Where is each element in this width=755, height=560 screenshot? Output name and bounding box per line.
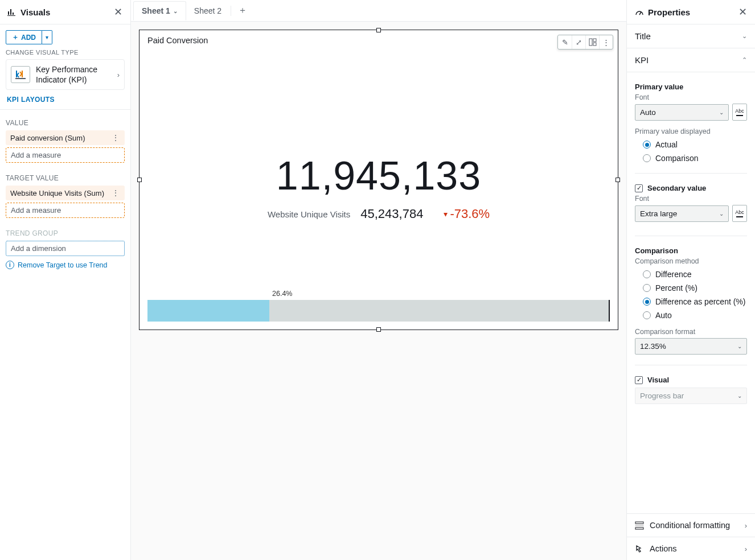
more-icon[interactable]: ⋮ <box>599 35 613 49</box>
add-visual-dropdown[interactable]: ▾ <box>42 30 52 44</box>
kpi-primary-value: 11,945,133 <box>276 153 481 199</box>
properties-panel: Properties ✕ Title⌄ KPI⌃ Primary value F… <box>626 0 755 560</box>
comparison-format-select[interactable]: 12.35%⌄ <box>635 338 747 355</box>
kpi-comparison-value: ▾-73.6% <box>444 207 490 221</box>
resize-handle[interactable] <box>376 28 381 32</box>
chevron-down-icon: ⌄ <box>737 343 742 349</box>
sheet-canvas: Sheet 1⌄ Sheet 2 ＋ Paid Conversion ✎ ⤢ ⋮… <box>131 0 626 560</box>
chevron-right-icon: › <box>117 71 120 79</box>
font-color-button[interactable]: Abc <box>732 104 747 121</box>
chevron-right-icon: › <box>745 521 747 530</box>
trend-add-dimension[interactable]: Add a dimension <box>6 241 125 256</box>
visual-title[interactable]: Paid Conversion <box>139 30 618 51</box>
chevron-down-icon: ⌄ <box>719 109 724 116</box>
kpi-visual[interactable]: Paid Conversion ✎ ⤢ ⋮ 11,945,133 Website… <box>139 30 618 330</box>
svg-rect-1 <box>589 39 592 46</box>
actions-button[interactable]: Actions › <box>627 537 755 560</box>
close-icon[interactable]: ✕ <box>112 3 125 20</box>
info-icon: i <box>6 261 14 269</box>
actions-icon <box>635 544 644 553</box>
resize-handle[interactable] <box>137 178 142 182</box>
font-color-button[interactable]: Abc <box>732 205 747 222</box>
section-kpi[interactable]: KPI⌃ <box>627 48 755 72</box>
chevron-down-icon: ⌄ <box>742 32 747 40</box>
bar-chart-icon <box>7 7 16 17</box>
radio-percent[interactable]: Percent (%) <box>643 283 747 293</box>
sheet-tabs: Sheet 1⌄ Sheet 2 ＋ <box>131 0 626 22</box>
edit-icon[interactable]: ✎ <box>558 35 572 49</box>
svg-rect-0 <box>15 78 26 79</box>
target-add-measure[interactable]: Add a measure <box>6 203 125 218</box>
target-well-label: TARGET VALUE <box>0 165 130 186</box>
svg-rect-5 <box>635 525 643 526</box>
tab-sheet1[interactable]: Sheet 1⌄ <box>133 1 186 20</box>
more-icon[interactable]: ⋮ <box>110 188 120 197</box>
visuals-panel: Visuals ✕ ＋ADD ▾ CHANGE VISUAL TYPE Key … <box>0 0 131 560</box>
secondary-font-select[interactable]: Extra large⌄ <box>635 205 729 222</box>
svg-rect-4 <box>635 522 643 524</box>
radio-actual[interactable]: Actual <box>643 140 747 149</box>
target-field-pill[interactable]: Website Unique Visits (Sum)⋮ <box>6 186 125 200</box>
resize-handle[interactable] <box>376 327 381 332</box>
resize-handle[interactable] <box>616 178 620 182</box>
radio-difference[interactable]: Difference <box>643 270 747 279</box>
chevron-down-icon: ⌄ <box>719 211 724 217</box>
kpi-progress-bar: 26.4% <box>147 290 610 322</box>
tab-sheet2[interactable]: Sheet 2 <box>186 2 229 20</box>
conditional-formatting-button[interactable]: Conditional formatting › <box>627 513 755 537</box>
trend-well-label: TREND GROUP <box>0 220 130 241</box>
value-add-measure[interactable]: Add a measure <box>6 147 125 163</box>
kpi-secondary-value: 45,243,784 <box>360 207 423 221</box>
chevron-down-icon: ⌄ <box>737 393 742 399</box>
section-title[interactable]: Title⌄ <box>627 24 755 48</box>
gauge-icon <box>635 7 644 17</box>
more-icon[interactable]: ⋮ <box>110 133 120 142</box>
properties-title: Properties <box>635 7 690 17</box>
visual-type-selector[interactable]: Key Performance Indicator (KPI) › <box>6 59 125 90</box>
chevron-right-icon: › <box>745 545 747 553</box>
add-sheet-button[interactable]: ＋ <box>232 1 253 20</box>
conditional-formatting-icon <box>635 521 644 530</box>
chevron-up-icon: ⌃ <box>742 56 747 64</box>
radio-comparison[interactable]: Comparison <box>643 154 747 163</box>
visual-type-select[interactable]: Progress bar⌄ <box>635 388 747 404</box>
kpi-icon <box>11 66 30 83</box>
trend-info: i Remove Target to use Trend <box>6 261 125 269</box>
secondary-value-toggle[interactable]: Secondary value <box>635 173 747 192</box>
expand-icon[interactable]: ⤢ <box>572 35 585 49</box>
svg-rect-3 <box>593 43 596 46</box>
plus-icon: ＋ <box>12 32 19 42</box>
visual-toolbar: ✎ ⤢ ⋮ <box>557 35 613 50</box>
primary-font-select[interactable]: Auto⌄ <box>635 104 729 121</box>
add-visual-button[interactable]: ＋ADD <box>6 30 42 44</box>
caret-down-icon: ▾ <box>444 209 448 219</box>
chevron-down-icon[interactable]: ⌄ <box>173 8 178 14</box>
change-visual-type-label: CHANGE VISUAL TYPE <box>0 48 130 59</box>
comparison-header: Comparison <box>635 236 747 255</box>
kpi-secondary-label: Website Unique Visits <box>268 209 350 219</box>
visuals-title: Visuals <box>7 7 50 17</box>
visual-toggle[interactable]: Visual <box>635 365 747 384</box>
value-well-label: VALUE <box>0 110 130 130</box>
svg-rect-6 <box>635 528 643 529</box>
svg-rect-2 <box>593 39 596 42</box>
value-field-pill[interactable]: Paid conversion (Sum)⋮ <box>6 130 125 145</box>
layout-icon[interactable] <box>585 35 599 49</box>
radio-auto[interactable]: Auto <box>643 311 747 320</box>
radio-diff-as-percent[interactable]: Difference as percent (%) <box>643 297 747 306</box>
kpi-layouts-link[interactable]: KPI LAYOUTS <box>0 93 130 110</box>
primary-value-header: Primary value <box>635 83 747 91</box>
close-icon[interactable]: ✕ <box>736 3 749 20</box>
